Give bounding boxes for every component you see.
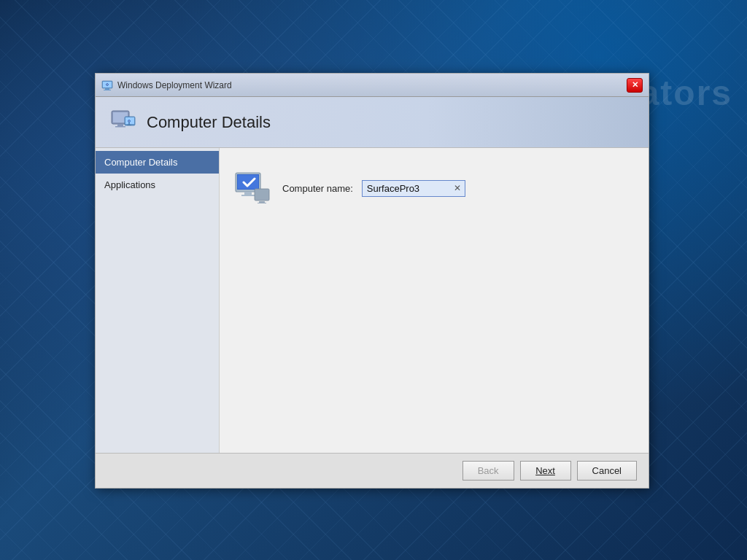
close-button[interactable]: ✕ (627, 78, 643, 93)
computer-name-field-row: Computer name: ✕ (282, 180, 465, 197)
wizard-title-icon (101, 79, 113, 91)
svg-rect-6 (117, 124, 123, 126)
title-bar: Windows Deployment Wizard ✕ (96, 74, 649, 97)
svg-rect-13 (244, 192, 252, 195)
wizard-dialog: Windows Deployment Wizard ✕ Computer Det… (95, 73, 649, 489)
svg-rect-2 (105, 88, 109, 90)
svg-rect-3 (104, 90, 111, 90)
svg-rect-10 (127, 125, 131, 125)
next-button[interactable]: Next (520, 461, 571, 481)
clear-input-button[interactable]: ✕ (450, 182, 465, 195)
svg-rect-16 (238, 175, 258, 189)
title-bar-text: Windows Deployment Wizard (117, 80, 232, 90)
computer-name-input-wrapper: ✕ (362, 180, 465, 197)
content-area: Computer Details Applications (96, 148, 649, 453)
page-title: Computer Details (147, 113, 271, 132)
header-area: Computer Details (96, 97, 649, 148)
computer-checkmark-icon (234, 170, 271, 206)
svg-rect-14 (241, 195, 255, 196)
computer-name-input[interactable] (363, 181, 450, 196)
title-bar-left: Windows Deployment Wizard (101, 79, 232, 91)
sidebar-item-computer-details[interactable]: Computer Details (96, 151, 219, 174)
back-button[interactable]: Back (462, 461, 514, 481)
svg-rect-19 (259, 201, 265, 203)
svg-rect-7 (115, 126, 125, 128)
header-icon (110, 109, 136, 136)
background-text: ators (640, 73, 732, 113)
computer-name-row: Computer name: ✕ (234, 170, 634, 206)
sidebar: Computer Details Applications (96, 148, 220, 453)
svg-rect-20 (258, 203, 266, 203)
main-content: Computer name: ✕ (220, 148, 649, 453)
cancel-button[interactable]: Cancel (577, 461, 637, 481)
sidebar-item-applications[interactable]: Applications (96, 174, 219, 196)
footer: Back Next Cancel (96, 453, 649, 488)
svg-rect-18 (255, 190, 268, 198)
computer-name-label: Computer name: (282, 183, 353, 194)
